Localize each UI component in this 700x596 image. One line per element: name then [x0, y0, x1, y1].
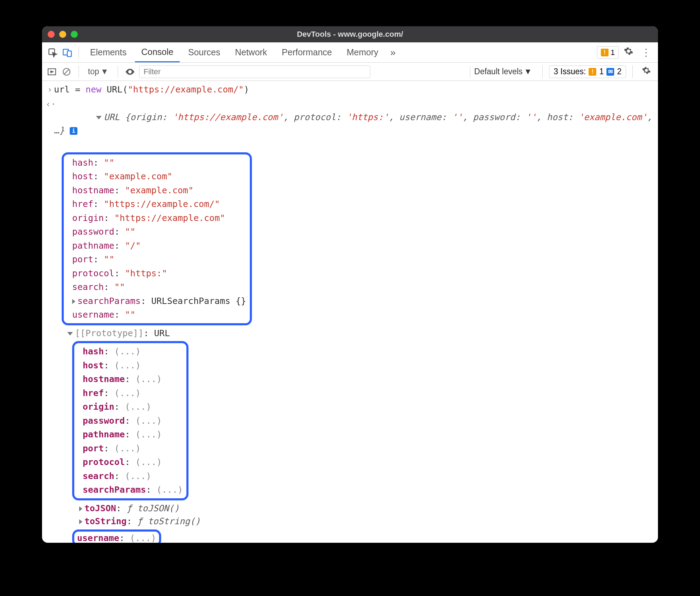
proto-origin[interactable]: origin: (...) [76, 400, 183, 414]
proto-searchparams[interactable]: searchParams: (...) [76, 483, 183, 497]
prop-username[interactable]: username: "" [65, 308, 246, 322]
proto-hostname[interactable]: hostname: (...) [76, 372, 183, 386]
svg-rect-2 [67, 51, 71, 56]
divider [78, 46, 79, 59]
chevron-down-icon: ▼ [524, 67, 532, 76]
log-levels-selector[interactable]: Default levels ▼ [470, 65, 536, 78]
prop-password[interactable]: password: "" [65, 225, 246, 239]
tab-elements[interactable]: Elements [84, 42, 133, 62]
console-input: url = new URL("https://example.com/") [54, 83, 654, 96]
info-icon: ✉ [606, 68, 614, 76]
tab-performance[interactable]: Performance [275, 42, 338, 62]
issue-indicator[interactable]: ! 1 [597, 46, 619, 59]
chevron-down-icon: ▼ [101, 67, 109, 76]
proto-tostring[interactable]: toString: ƒ toString() [42, 515, 658, 528]
highlight-proto-username: username: (...) [72, 529, 161, 543]
context-selector[interactable]: top ▼ [85, 67, 111, 76]
gear-icon[interactable] [621, 46, 636, 58]
console-input-row: › url = new URL("https://example.com/") [42, 82, 658, 97]
clear-console-icon[interactable] [61, 66, 72, 77]
divider [118, 65, 118, 78]
device-icon[interactable] [61, 46, 74, 59]
prop-searchparams[interactable]: searchParams: URLSearchParams {} [65, 294, 246, 308]
console-output-row[interactable]: ‹· URL {origin: 'https://example.com', p… [42, 97, 658, 151]
filter-input[interactable] [139, 65, 370, 78]
tab-network[interactable]: Network [229, 42, 274, 62]
prototype-accessors-group: hash: (...) host: (...) hostname: (...) … [42, 340, 658, 502]
issue-count: 1 [611, 48, 615, 57]
prop-port[interactable]: port: "" [65, 252, 246, 266]
tabs-overflow[interactable]: » [387, 47, 399, 58]
proto-port[interactable]: port: (...) [76, 442, 183, 456]
window-title: DevTools - www.google.com/ [42, 30, 658, 39]
proto-search[interactable]: search: (...) [76, 469, 183, 483]
output-icon: ‹· [46, 98, 54, 111]
titlebar: DevTools - www.google.com/ [42, 26, 658, 42]
main-tabs: Elements Console Sources Network Perform… [42, 42, 658, 63]
proto-hash[interactable]: hash: (...) [76, 345, 183, 359]
prop-host[interactable]: host: "example.com" [65, 169, 246, 183]
proto-tojson[interactable]: toJSON: ƒ toJSON() [42, 502, 658, 515]
prompt-icon: › [46, 83, 54, 96]
divider [632, 65, 633, 78]
proto-username-group: username: (...) [42, 528, 658, 543]
proto-password[interactable]: password: (...) [76, 414, 183, 428]
live-expression-icon[interactable] [124, 66, 136, 77]
own-properties-group: hash: "" host: "example.com" hostname: "… [42, 151, 658, 327]
prop-href[interactable]: href: "https://example.com/" [65, 197, 246, 211]
prop-hostname[interactable]: hostname: "example.com" [65, 183, 246, 197]
proto-host[interactable]: host: (...) [76, 359, 183, 373]
expand-icon[interactable] [79, 506, 82, 511]
inspect-icon[interactable] [46, 46, 59, 59]
highlight-proto-accessors: hash: (...) host: (...) hostname: (...) … [72, 341, 188, 500]
console-body[interactable]: › url = new URL("https://example.com/") … [42, 81, 658, 543]
tab-console[interactable]: Console [135, 42, 180, 62]
proto-href[interactable]: href: (...) [76, 386, 183, 400]
divider [542, 65, 543, 78]
prototype-row[interactable]: [[Prototype]]: URL [42, 327, 658, 340]
expand-toggle-icon[interactable] [67, 332, 73, 335]
issues-summary[interactable]: 3 Issues: ! 1 ✉ 2 [549, 65, 626, 78]
expand-toggle-icon[interactable] [96, 116, 102, 119]
proto-pathname[interactable]: pathname: (...) [76, 428, 183, 442]
console-settings-icon[interactable] [639, 66, 654, 77]
proto-username[interactable]: username [77, 533, 119, 543]
divider [78, 65, 79, 78]
prop-origin[interactable]: origin: "https://example.com" [65, 211, 246, 225]
prop-search[interactable]: search: "" [65, 280, 246, 294]
expand-icon[interactable] [79, 519, 82, 524]
prop-hash[interactable]: hash: "" [65, 156, 246, 170]
warning-icon: ! [589, 68, 596, 76]
warning-icon: ! [601, 49, 609, 56]
object-type: URL [104, 112, 125, 122]
proto-protocol[interactable]: protocol: (...) [76, 455, 183, 469]
console-toolbar: top ▼ Default levels ▼ 3 Issues: ! 1 ✉ 2 [42, 63, 658, 81]
kebab-menu-icon[interactable]: ⋮ [638, 47, 654, 58]
tab-memory[interactable]: Memory [340, 42, 384, 62]
devtools-window: DevTools - www.google.com/ Elements Cons… [42, 26, 658, 543]
expand-icon[interactable] [72, 299, 75, 304]
info-icon[interactable]: i [70, 127, 77, 135]
sidebar-toggle-icon[interactable] [46, 66, 57, 77]
tab-sources[interactable]: Sources [182, 42, 227, 62]
prop-protocol[interactable]: protocol: "https:" [65, 266, 246, 280]
svg-point-5 [129, 71, 131, 72]
highlight-own-props: hash: "" host: "example.com" hostname: "… [62, 152, 252, 325]
prop-pathname[interactable]: pathname: "/" [65, 239, 246, 253]
